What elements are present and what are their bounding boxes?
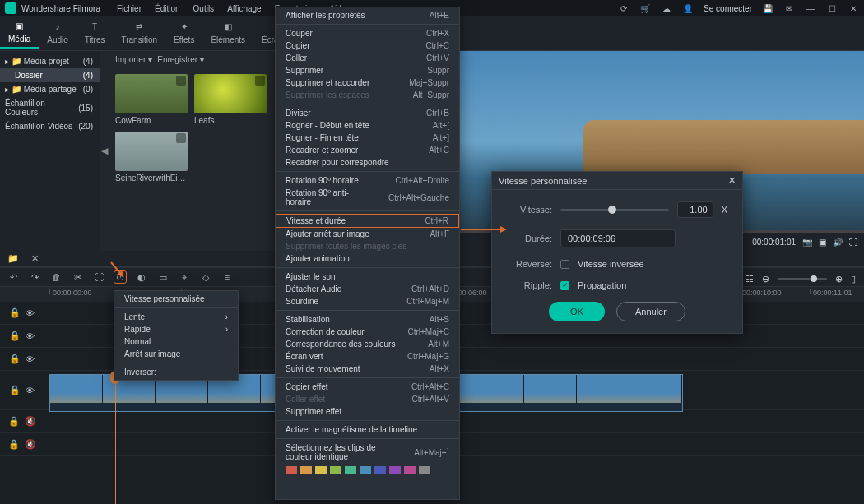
speed-input[interactable]: [677, 201, 713, 218]
record-dropdown[interactable]: Enregistrer ▾: [157, 55, 204, 64]
ctx-item[interactable]: Écran vertCtrl+Maj+G: [276, 350, 459, 363]
cancel-button[interactable]: Annuler: [616, 302, 685, 321]
color-swatch[interactable]: [419, 466, 430, 474]
speed-fast[interactable]: Rapide: [114, 323, 238, 335]
zoom-out-icon[interactable]: ⊖: [762, 274, 769, 284]
new-folder-icon[interactable]: 📁: [7, 252, 20, 266]
color-swatch[interactable]: [360, 466, 371, 474]
user-icon[interactable]: 👤: [682, 2, 694, 14]
tree-media-project[interactable]: ▸📁 Média projet(4): [0, 54, 100, 68]
greenscreen-icon[interactable]: ▭: [156, 270, 170, 284]
media-thumb[interactable]: CowFarm: [115, 74, 188, 125]
keyframe-icon[interactable]: ◇: [199, 270, 212, 284]
cloud-icon[interactable]: ☁: [661, 2, 672, 14]
color-icon[interactable]: ◐: [135, 270, 148, 284]
fullscreen-icon[interactable]: ⛶: [849, 238, 857, 247]
ctx-item[interactable]: CopierCtrl+C: [276, 39, 459, 52]
eye-icon[interactable]: 👁: [26, 308, 35, 318]
media-thumb[interactable]: SeineRiverwithEiffelTow...: [115, 132, 188, 183]
mute-icon[interactable]: 🔇: [25, 439, 36, 450]
speed-slow[interactable]: Lente: [114, 311, 238, 323]
mute-icon[interactable]: 🔊: [833, 238, 843, 247]
tree-shared-media[interactable]: ▸📁 Média partagé(0): [0, 82, 100, 96]
ctx-item[interactable]: CollerCtrl+V: [276, 52, 459, 64]
crop-icon[interactable]: ⛶: [92, 270, 105, 284]
color-swatch[interactable]: [404, 466, 416, 474]
lock-icon[interactable]: 🔒: [9, 385, 21, 395]
media-thumb[interactable]: Leafs: [194, 74, 267, 125]
redo-icon[interactable]: ↷: [28, 270, 41, 284]
zoom-slider[interactable]: [778, 278, 827, 280]
eye-icon[interactable]: 👁: [26, 386, 35, 395]
menu-view[interactable]: Affichage: [221, 4, 268, 13]
tab-titles[interactable]: TTitres: [77, 19, 114, 48]
tab-audio[interactable]: ♪Audio: [39, 19, 77, 48]
ctx-item[interactable]: Activer le magnétisme de la timeline: [276, 423, 459, 436]
sync-icon[interactable]: ⟳: [618, 2, 629, 14]
tab-effects[interactable]: ✦Effets: [165, 19, 202, 48]
lock-icon[interactable]: 🔒: [9, 354, 21, 364]
speed-slider[interactable]: [560, 209, 669, 211]
quality-icon[interactable]: ▣: [819, 238, 826, 247]
send-icon[interactable]: ✉: [783, 2, 795, 14]
ctx-item[interactable]: SourdineCtrl+Maj+M: [276, 295, 459, 307]
snapshot-icon[interactable]: 📷: [802, 238, 812, 247]
ctx-item[interactable]: Vitesse et duréeCtrl+R: [276, 214, 459, 228]
track-motion-icon[interactable]: ⌖: [178, 270, 191, 284]
ctx-item[interactable]: DiviserCtrl+B: [276, 107, 459, 119]
ctx-item[interactable]: Rogner - Début en têteAlt+[: [276, 119, 459, 132]
duration-input[interactable]: [560, 229, 676, 247]
speed-custom[interactable]: Vitesse personnalisée: [114, 293, 238, 305]
undo-icon[interactable]: ↶: [7, 270, 20, 284]
color-swatch[interactable]: [300, 466, 312, 474]
ctx-item[interactable]: CouperCtrl+X: [276, 27, 459, 39]
ctx-item[interactable]: Sélectionnez les clips de couleur identi…: [276, 442, 459, 463]
tab-elements[interactable]: ◧Éléments: [202, 19, 253, 48]
tab-transition[interactable]: ⇄Transition: [113, 19, 165, 48]
mixer-icon[interactable]: ☷: [746, 274, 754, 284]
ctx-item[interactable]: Supprimer et raccorderMaj+Suppr: [276, 76, 459, 89]
color-swatch[interactable]: [315, 466, 327, 474]
split-icon[interactable]: ✂: [71, 270, 84, 284]
settings-icon[interactable]: ≡: [221, 270, 234, 284]
ripple-checkbox[interactable]: ✓: [560, 281, 569, 290]
color-swatch[interactable]: [286, 466, 297, 474]
ctx-item[interactable]: Ajouter animation: [276, 252, 459, 265]
ctx-item[interactable]: Copier effetCtrl+Alt+C: [276, 381, 459, 393]
menu-file[interactable]: Fichier: [110, 4, 148, 13]
fit-icon[interactable]: ▯: [851, 274, 856, 284]
speed-normal[interactable]: Normal: [114, 335, 238, 348]
menu-tools[interactable]: Outils: [187, 4, 221, 13]
color-swatch[interactable]: [345, 466, 356, 474]
close-icon[interactable]: ✕: [848, 2, 859, 14]
zoom-in-icon[interactable]: ⊕: [835, 274, 843, 284]
delete-folder-icon[interactable]: ✕: [28, 252, 41, 266]
import-dropdown[interactable]: Importer ▾: [115, 55, 152, 64]
eye-icon[interactable]: 👁: [26, 331, 35, 341]
ctx-item[interactable]: Suivi de mouvementAlt+X: [276, 363, 459, 375]
lock-icon[interactable]: 🔒: [8, 416, 20, 427]
tree-sample-videos[interactable]: Échantillon Vidéos(20): [0, 119, 100, 133]
cart-icon[interactable]: 🛒: [639, 2, 651, 14]
ctx-item[interactable]: Rogner - Fin en têteAlt+]: [276, 132, 459, 144]
tree-sample-colors[interactable]: Échantillon Couleurs(15): [0, 96, 100, 119]
lock-icon[interactable]: 🔒: [8, 439, 20, 450]
save-icon[interactable]: 💾: [762, 2, 773, 14]
ctx-item[interactable]: Ajouter arrêt sur imageAlt+F: [276, 228, 459, 240]
color-swatch[interactable]: [389, 466, 401, 474]
tree-folder[interactable]: Dossier(4): [0, 68, 100, 82]
ctx-item[interactable]: Ajuster le son: [276, 270, 459, 283]
ctx-item[interactable]: SupprimerSuppr: [276, 64, 459, 76]
tab-media[interactable]: ▣Média: [0, 18, 39, 49]
ok-button[interactable]: OK: [549, 302, 605, 321]
maximize-icon[interactable]: ☐: [826, 2, 838, 14]
minimize-icon[interactable]: —: [805, 2, 816, 14]
lock-icon[interactable]: 🔒: [9, 331, 21, 341]
ctx-item[interactable]: Afficher les propriétésAlt+E: [276, 9, 459, 21]
ctx-item[interactable]: StabilisationAlt+S: [276, 313, 459, 326]
speed-reverse[interactable]: Inverser:: [114, 366, 238, 378]
ctx-item[interactable]: Correspondance des couleursAlt+M: [276, 338, 459, 350]
eye-icon[interactable]: 👁: [26, 354, 35, 364]
reverse-checkbox[interactable]: [560, 260, 569, 269]
ctx-item[interactable]: Rotation 90º anti-horaireCtrl+Alt+Gauche: [276, 187, 459, 208]
